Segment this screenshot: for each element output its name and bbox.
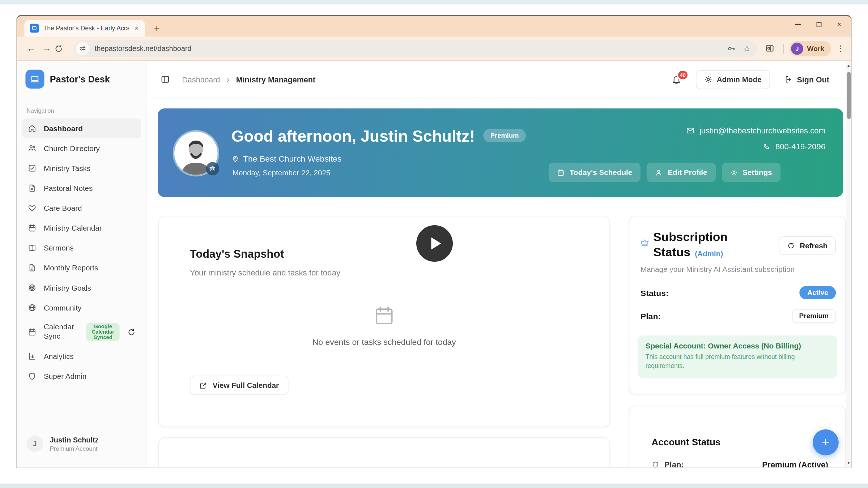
sidebar-item-label: Ministry Calendar: [44, 224, 102, 232]
sidebar-item-label: Sermons: [44, 244, 74, 252]
bookmark-star-icon[interactable]: ☆: [743, 43, 751, 53]
maximize-icon[interactable]: [816, 22, 821, 27]
task-check-icon: [28, 164, 37, 172]
sidebar-item-label: Church Directory: [44, 144, 100, 153]
close-icon[interactable]: ×: [837, 21, 842, 28]
todays-snapshot-card: Today's Snapshot Your ministry schedule …: [158, 216, 610, 427]
sidebar-item-pastoral-notes[interactable]: Pastoral Notes: [22, 178, 141, 198]
camera-icon[interactable]: [206, 162, 219, 175]
account-plan-row: Plan: Premium (Active): [652, 460, 828, 467]
sidebar-item-super-admin[interactable]: Super Admin: [22, 366, 141, 386]
minimize-icon[interactable]: [795, 24, 801, 25]
side-panel-icon[interactable]: [765, 44, 774, 53]
sidebar-toggle-icon[interactable]: [161, 75, 170, 84]
user-avatar: J: [26, 436, 43, 452]
target-icon: [28, 283, 37, 292]
snapshot-title: Today's Snapshot: [190, 248, 284, 261]
phone-icon: [763, 143, 770, 150]
location-pin-icon: [231, 155, 239, 162]
calendar-icon: [28, 223, 37, 232]
sidebar-item-ministry-goals[interactable]: Ministry Goals: [22, 278, 141, 297]
view-full-calendar-button[interactable]: View Full Calendar: [190, 376, 288, 395]
url-text[interactable]: thepastorsdesk.net/dashboard: [95, 44, 727, 52]
shield-icon: [28, 372, 37, 381]
reload-icon[interactable]: [54, 44, 70, 53]
sync-refresh-icon[interactable]: [127, 328, 136, 336]
scrollbar-thumb[interactable]: [847, 72, 851, 119]
back-icon[interactable]: ←: [23, 43, 39, 53]
play-icon: [431, 237, 441, 250]
refresh-button[interactable]: Refresh: [779, 236, 836, 255]
plan-value-badge: Premium: [792, 309, 836, 323]
tab-title: The Pastor's Desk - Early Acces: [43, 25, 129, 31]
account-status-card: Account Status Plan: Premium (Active): [629, 406, 846, 467]
page-header: Dashboard › Ministry Management 40: [147, 61, 846, 98]
sidebar-item-dashboard[interactable]: Dashboard: [22, 119, 141, 138]
special-account-notice: Special Account: Owner Access (No Billin…: [638, 335, 837, 378]
sidebar-item-label: Calendar Sync: [44, 323, 79, 342]
calendar-icon: [557, 168, 565, 176]
chevron-right-icon: ›: [227, 75, 230, 84]
settings-button[interactable]: Settings: [722, 163, 780, 182]
organization-name: The Best Church Websites: [243, 154, 342, 163]
notifications-button[interactable]: 40: [671, 74, 681, 85]
app-logo-icon: [25, 70, 44, 89]
page-scrollbar[interactable]: ▲ ▼: [846, 61, 851, 467]
email-row: justin@thebestchurchwebsites.com: [686, 126, 825, 135]
people-icon: [28, 144, 37, 153]
browser-menu-icon[interactable]: ⋮: [837, 43, 845, 53]
current-date: Monday, September 22, 2025: [233, 169, 331, 177]
heart-icon: [28, 204, 37, 212]
scroll-up-icon[interactable]: ▲: [846, 64, 851, 68]
sidebar-item-ministry-tasks[interactable]: Ministry Tasks: [22, 158, 141, 178]
sidebar-item-label: Dashboard: [44, 124, 83, 133]
scroll-down-icon[interactable]: ▼: [846, 461, 851, 465]
account-plan-label: Plan:: [664, 460, 684, 467]
sidebar-item-ministry-calendar[interactable]: Ministry Calendar: [22, 218, 141, 238]
profile-photo[interactable]: [174, 132, 217, 175]
sidebar-item-analytics[interactable]: Analytics: [22, 346, 141, 366]
premium-badge: Premium: [483, 129, 526, 142]
toolbar-divider: [783, 43, 784, 53]
edit-profile-button[interactable]: Edit Profile: [647, 163, 715, 182]
status-active-badge: Active: [800, 286, 836, 299]
globe-icon: [28, 303, 37, 312]
sidebar-item-label: Ministry Tasks: [44, 164, 90, 172]
crown-icon: [640, 238, 649, 247]
greeting-title: Good afternoon, Justin Schultz!Premium: [231, 127, 526, 146]
forward-icon[interactable]: →: [39, 43, 54, 53]
brand-name: Pastor's Desk: [50, 74, 110, 84]
admin-tag: (Admin): [695, 249, 723, 258]
calendar-icon: [28, 328, 37, 336]
add-fab-button[interactable]: +: [813, 429, 839, 455]
sidebar-item-label: Ministry Goals: [44, 283, 91, 292]
sidebar-item-monthly-reports[interactable]: Monthly Reports: [22, 258, 141, 278]
address-bar[interactable]: thepastorsdesk.net/dashboard ☆: [74, 40, 757, 57]
email-address[interactable]: justin@thebestchurchwebsites.com: [699, 126, 825, 135]
browser-tab-bar: The Pastor's Desk - Early Acces × + ×: [17, 16, 851, 37]
main-content: Dashboard › Ministry Management 40: [147, 61, 851, 467]
nav-section-label: Navigation: [17, 93, 147, 118]
sidebar-item-label: Community: [44, 304, 81, 312]
new-tab-button[interactable]: +: [154, 23, 160, 34]
sign-out-button[interactable]: Sign Out: [784, 75, 829, 84]
sidebar-item-sermons[interactable]: Sermons: [22, 238, 141, 258]
admin-mode-button[interactable]: Admin Mode: [695, 70, 770, 89]
browser-profile-chip[interactable]: J Work: [790, 41, 831, 56]
sidebar-item-church-directory[interactable]: Church Directory: [22, 138, 141, 158]
sidebar-item-label: Analytics: [44, 352, 74, 360]
phone-number[interactable]: 800-419-2096: [775, 142, 825, 151]
browser-toolbar: ← → thepastorsdesk.net/dashboard ☆: [17, 37, 851, 61]
tab-close-icon[interactable]: ×: [133, 24, 140, 32]
site-info-icon[interactable]: [76, 42, 89, 55]
todays-schedule-button[interactable]: Today's Schedule: [549, 163, 641, 182]
video-play-button[interactable]: [416, 225, 453, 262]
sidebar-item-calendar-sync[interactable]: Calendar Sync Google Calendar Synced: [22, 318, 141, 347]
sidebar-item-community[interactable]: Community: [22, 297, 141, 317]
browser-tab[interactable]: The Pastor's Desk - Early Acces ×: [24, 20, 145, 37]
breadcrumb-parent[interactable]: Dashboard: [182, 75, 220, 84]
sidebar-item-care-board[interactable]: Care Board: [22, 198, 141, 218]
page-bottom-strip: [0, 484, 868, 488]
password-key-icon[interactable]: [727, 44, 735, 53]
sidebar-user[interactable]: J Justin Schultz Premium Account: [17, 427, 147, 467]
